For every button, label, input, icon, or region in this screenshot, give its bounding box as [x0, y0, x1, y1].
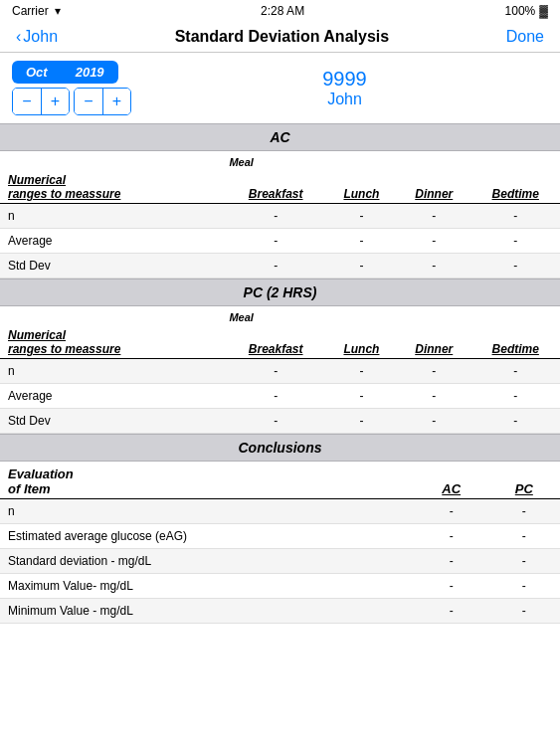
- conclusions-row-label: n: [0, 499, 415, 524]
- pc-col-header: PC: [488, 462, 560, 499]
- main-content: Oct 2019 − + − + 9999 John AC: [0, 53, 560, 644]
- ac-breakfast-label: Breakfast: [249, 187, 303, 201]
- ac-dinner-label: Dinner: [415, 187, 453, 201]
- ac-bedtime-val: -: [470, 204, 560, 229]
- conclusions-ac-val: -: [415, 574, 488, 599]
- pc-bedtime-val: -: [470, 359, 560, 384]
- status-time: 2:28 AM: [261, 4, 304, 18]
- ac-lunch-header: Lunch: [326, 168, 397, 204]
- row-label: n: [0, 359, 225, 384]
- pc-bedtime-val: -: [470, 384, 560, 409]
- month-badge[interactable]: Oct: [12, 61, 62, 84]
- ac-lunch-label: Lunch: [343, 187, 379, 201]
- year-decrement-button[interactable]: −: [75, 89, 102, 114]
- conclusions-header-row: Evaluationof Item AC PC: [0, 462, 560, 499]
- ac-dinner-val: -: [397, 254, 470, 279]
- page-title: Standard Deviation Analysis: [175, 28, 389, 46]
- conclusions-table-body: n - - Estimated average glucose (eAG) - …: [0, 499, 560, 624]
- ac-bedtime-header: Bedtime: [470, 168, 560, 204]
- conclusions-row-label: Minimum Value - mg/dL: [0, 599, 415, 624]
- table-row: Average - - - -: [0, 229, 560, 254]
- ac-bedtime-label: Bedtime: [492, 187, 539, 201]
- patient-info: 9999 John: [141, 68, 548, 108]
- conclusions-pc-label: PC: [515, 481, 533, 496]
- pc-section-header: PC (2 HRS): [0, 279, 560, 306]
- pc-table: Meal Numericalranges to meassure Breakfa…: [0, 306, 560, 434]
- chevron-left-icon: ‹: [16, 28, 21, 46]
- pc-breakfast-header: Breakfast: [225, 323, 325, 359]
- year-badge[interactable]: 2019: [62, 61, 118, 84]
- conclusions-pc-val: -: [488, 499, 560, 524]
- pc-breakfast-val: -: [225, 384, 325, 409]
- back-button[interactable]: ‹ John: [16, 28, 58, 46]
- ac-dinner-val: -: [397, 204, 470, 229]
- ac-breakfast-header: Breakfast: [225, 168, 325, 204]
- table-row: n - - - -: [0, 204, 560, 229]
- ac-table: Meal Numericalranges to meassure Breakfa…: [0, 151, 560, 279]
- conclusions-ac-val: -: [415, 499, 488, 524]
- year-stepper: − +: [74, 88, 131, 115]
- pc-dinner-val: -: [397, 409, 470, 434]
- ac-lunch-val: -: [326, 204, 397, 229]
- year-increment-button[interactable]: +: [102, 89, 130, 114]
- controls-row: Oct 2019 − + − + 9999 John: [0, 53, 560, 123]
- table-row: n - -: [0, 499, 560, 524]
- pc-dinner-val: -: [397, 359, 470, 384]
- ac-lunch-val: -: [326, 254, 397, 279]
- nav-bar: ‹ John Standard Deviation Analysis Done: [0, 22, 560, 53]
- ac-bedtime-val: -: [470, 229, 560, 254]
- ac-breakfast-val: -: [225, 254, 325, 279]
- table-row: Maximum Value- mg/dL - -: [0, 574, 560, 599]
- ac-breakfast-val: -: [225, 204, 325, 229]
- ac-lunch-val: -: [326, 229, 397, 254]
- conclusions-pc-val: -: [488, 524, 560, 549]
- pc-table-body: n - - - - Average - - - - Std Dev - - - …: [0, 359, 560, 434]
- month-increment-button[interactable]: +: [41, 89, 69, 114]
- eval-header-label: Evaluationof Item: [8, 466, 74, 496]
- conclusions-row-label: Maximum Value- mg/dL: [0, 574, 415, 599]
- back-label: John: [23, 28, 58, 46]
- date-badges: Oct 2019: [12, 61, 131, 84]
- pc-meal-header-row: Meal: [0, 306, 560, 323]
- pc-meal-label: Meal: [225, 306, 560, 323]
- battery-icon: ▓: [539, 4, 548, 18]
- table-row: Std Dev - - - -: [0, 254, 560, 279]
- conclusions-pc-val: -: [488, 574, 560, 599]
- ac-dinner-val: -: [397, 229, 470, 254]
- wifi-icon: ▾: [55, 4, 61, 18]
- month-decrement-button[interactable]: −: [13, 89, 41, 114]
- pc-breakfast-val: -: [225, 359, 325, 384]
- pc-col-headers-row: Numericalranges to meassure Breakfast Lu…: [0, 323, 560, 359]
- pc-bedtime-label: Bedtime: [492, 342, 539, 356]
- ac-meal-header-row: Meal: [0, 151, 560, 168]
- eval-header: Evaluationof Item: [0, 462, 415, 499]
- ac-breakfast-val: -: [225, 229, 325, 254]
- pc-bedtime-val: -: [470, 409, 560, 434]
- conclusions-ac-val: -: [415, 524, 488, 549]
- pc-lunch-val: -: [326, 359, 397, 384]
- status-right: 100% ▓: [505, 4, 548, 18]
- ac-col-headers-row: Numericalranges to meassure Breakfast Lu…: [0, 168, 560, 204]
- pc-range-col-header: Numericalranges to meassure: [0, 323, 225, 359]
- status-left: Carrier ▾: [12, 4, 61, 18]
- row-label: Std Dev: [0, 254, 225, 279]
- date-controls: Oct 2019 − + − +: [12, 61, 131, 115]
- status-bar: Carrier ▾ 2:28 AM 100% ▓: [0, 0, 560, 22]
- pc-lunch-val: -: [326, 409, 397, 434]
- row-label: Average: [0, 229, 225, 254]
- pc-dinner-header: Dinner: [397, 323, 470, 359]
- conclusions-row-label: Standard deviation - mg/dL: [0, 549, 415, 574]
- done-button[interactable]: Done: [506, 28, 544, 46]
- patient-name: John: [141, 91, 548, 108]
- table-row: n - - - -: [0, 359, 560, 384]
- pc-dinner-label: Dinner: [415, 342, 453, 356]
- table-row: Standard deviation - mg/dL - -: [0, 549, 560, 574]
- ac-range-header: [0, 151, 225, 168]
- table-row: Std Dev - - - -: [0, 409, 560, 434]
- table-row: Estimated average glucose (eAG) - -: [0, 524, 560, 549]
- conclusions-pc-val: -: [488, 599, 560, 624]
- ac-table-body: n - - - - Average - - - - Std Dev - - - …: [0, 204, 560, 279]
- pc-lunch-val: -: [326, 384, 397, 409]
- ac-range-label: Numericalranges to meassure: [8, 173, 120, 201]
- month-stepper: − +: [12, 88, 70, 115]
